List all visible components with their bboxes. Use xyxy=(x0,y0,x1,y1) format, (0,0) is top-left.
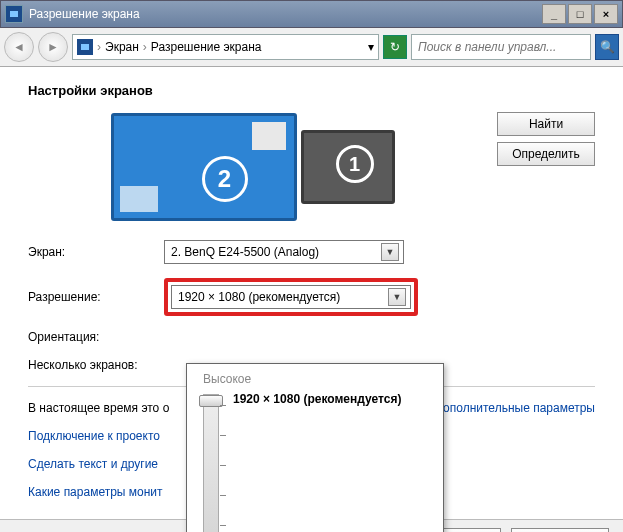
dropdown-top-label: Высокое xyxy=(203,372,435,386)
content-panel: Настройки экранов 2 1 Найти Определить Э… xyxy=(0,67,623,499)
search-go-button[interactable]: 🔍 xyxy=(595,34,619,60)
monitor-preview-area: 2 1 Найти Определить xyxy=(28,112,595,222)
row-screen: Экран: 2. BenQ E24-5500 (Analog) ▼ xyxy=(28,240,595,264)
resolution-select[interactable]: 1920 × 1080 (рекомендуется) ▼ xyxy=(171,285,411,309)
monitor-1[interactable]: 1 xyxy=(301,130,395,204)
slider-tick xyxy=(220,405,226,406)
nav-back-button[interactable]: ◄ xyxy=(4,32,34,62)
monitor-1-number: 1 xyxy=(336,145,374,183)
chevron-down-icon: ▼ xyxy=(388,288,406,306)
resolution-slider[interactable] xyxy=(203,394,219,532)
app-icon xyxy=(5,5,23,23)
refresh-button[interactable]: ↻ xyxy=(383,35,407,59)
nav-forward-button[interactable]: ► xyxy=(38,32,68,62)
breadcrumb-icon xyxy=(77,39,93,55)
breadcrumb-item-resolution[interactable]: Разрешение экрана xyxy=(151,40,262,54)
breadcrumb-sep: › xyxy=(143,40,147,54)
find-button[interactable]: Найти xyxy=(497,112,595,136)
monitor-2-number: 2 xyxy=(202,156,248,202)
breadcrumb-dropdown-icon[interactable]: ▾ xyxy=(368,40,374,54)
row-orientation: Ориентация: xyxy=(28,330,595,344)
screen-label: Экран: xyxy=(28,245,164,259)
slider-tick xyxy=(220,435,226,436)
row-resolution: Разрешение: 1920 × 1080 (рекомендуется) … xyxy=(28,278,595,316)
search-icon: 🔍 xyxy=(600,40,615,54)
maximize-button[interactable]: □ xyxy=(568,4,592,24)
monitor-box[interactable]: 2 1 xyxy=(28,112,477,222)
resolution-option[interactable]: 1920 × 1080 (рекомендуется) xyxy=(233,392,401,406)
breadcrumb-sep: › xyxy=(97,40,101,54)
projector-link[interactable]: Подключение к проекто xyxy=(28,429,160,443)
monitor-settings-link[interactable]: Какие параметры монит xyxy=(28,485,163,499)
detect-button[interactable]: Определить xyxy=(497,142,595,166)
resolution-select-value: 1920 × 1080 (рекомендуется) xyxy=(178,290,340,304)
apply-button[interactable]: Применить xyxy=(511,528,609,532)
breadcrumb-item-screen[interactable]: Экран xyxy=(105,40,139,54)
monitor-2-taskbar xyxy=(120,186,158,212)
multi-label: Несколько экранов: xyxy=(28,358,164,372)
resolution-options: 1920 × 1080 (рекомендуется) 1280 × 720 1… xyxy=(233,394,435,532)
breadcrumb[interactable]: › Экран › Разрешение экрана ▾ xyxy=(72,34,379,60)
monitor-2[interactable]: 2 xyxy=(111,113,297,221)
screen-select[interactable]: 2. BenQ E24-5500 (Analog) ▼ xyxy=(164,240,404,264)
current-notice-text: В настоящее время это о xyxy=(28,401,169,415)
orientation-label: Ориентация: xyxy=(28,330,164,344)
search-input[interactable] xyxy=(416,39,586,55)
search-box[interactable] xyxy=(411,34,591,60)
close-button[interactable]: × xyxy=(594,4,618,24)
advanced-link[interactable]: Дополнительные параметры xyxy=(435,401,595,415)
minimize-button[interactable]: _ xyxy=(542,4,566,24)
resolution-label: Разрешение: xyxy=(28,290,164,304)
chevron-down-icon: ▼ xyxy=(381,243,399,261)
slider-tick xyxy=(220,465,226,466)
screen-select-value: 2. BenQ E24-5500 (Analog) xyxy=(171,245,319,259)
text-size-link[interactable]: Сделать текст и другие xyxy=(28,457,158,471)
window-title: Разрешение экрана xyxy=(29,7,542,21)
monitor-2-wallpaper xyxy=(252,122,286,150)
slider-tick xyxy=(220,525,226,526)
nav-bar: ◄ ► › Экран › Разрешение экрана ▾ ↻ 🔍 xyxy=(0,28,623,67)
slider-tick xyxy=(220,495,226,496)
resolution-dropdown-popup[interactable]: Высокое 1920 × 1080 (рекомендуется) 1280… xyxy=(186,363,444,532)
title-bar: Разрешение экрана _ □ × xyxy=(0,0,623,28)
page-title: Настройки экранов xyxy=(28,83,595,98)
